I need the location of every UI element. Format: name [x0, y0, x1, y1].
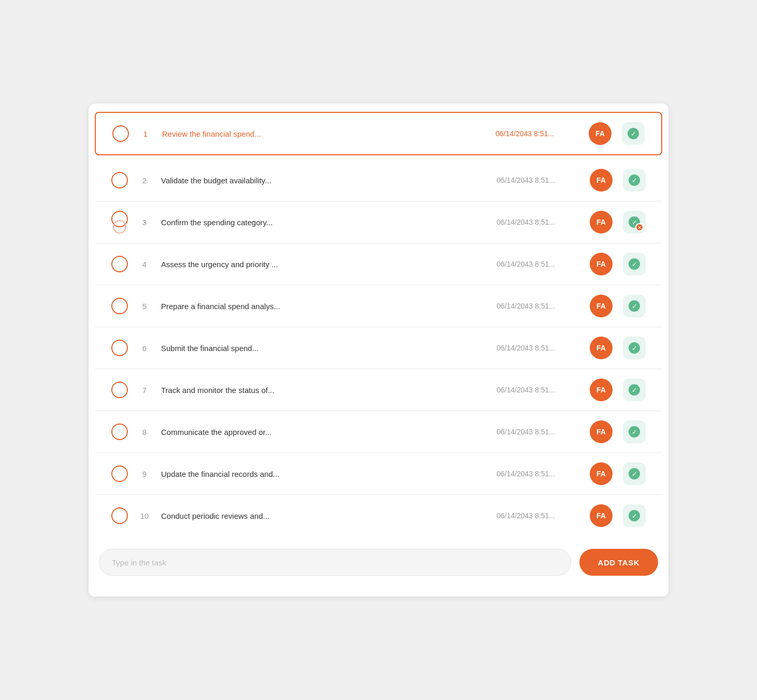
task-title: Review the financial spend... [162, 129, 485, 138]
task-date: 06/14/2043 8:51... [497, 512, 579, 520]
task-title: Conduct periodic reviews and... [161, 512, 486, 520]
task-date: 06/14/2043 8:51... [497, 344, 579, 352]
row-number: 7 [138, 386, 151, 395]
check-icon: ✓ [629, 300, 640, 312]
task-date: 06/14/2043 8:51... [497, 260, 579, 268]
footer-row: ADD TASK [89, 541, 668, 584]
radio-button[interactable] [111, 424, 128, 440]
avatar: FA [590, 337, 613, 359]
task-list-container: 1 Review the financial spend... 06/14/20… [89, 104, 668, 596]
check-icon: ✓ [629, 174, 640, 186]
task-date: 06/14/2043 8:51... [496, 129, 578, 138]
avatar: FA [590, 253, 613, 275]
task-row: 3 Confirm the spending category... 06/14… [95, 201, 662, 243]
radio-button[interactable] [111, 211, 128, 234]
task-date: 06/14/2043 8:51... [497, 470, 579, 478]
row-number: 6 [138, 344, 151, 353]
check-icon: ✓ [629, 426, 640, 438]
row-number: 2 [138, 176, 151, 185]
avatar: FA [590, 504, 613, 527]
task-title: Prepare a financial spend analys... [161, 302, 486, 311]
avatar: FA [590, 420, 613, 443]
status-badge[interactable]: ✓ [623, 169, 646, 192]
task-date: 06/14/2043 8:51... [497, 428, 579, 436]
radio-button[interactable] [111, 507, 128, 524]
avatar: FA [590, 378, 613, 401]
task-row: 10 Conduct periodic reviews and... 06/14… [95, 495, 662, 536]
error-icon: ✕ [635, 223, 644, 231]
row-number: 1 [139, 129, 152, 138]
task-row: 9 Update the financial records and... 06… [95, 453, 662, 495]
check-icon: ✓ [629, 510, 640, 521]
task-row: 4 Assess the urgency and priority ... 06… [95, 243, 662, 285]
task-title: Assess the urgency and priority ... [161, 260, 486, 269]
task-date: 06/14/2043 8:51... [497, 386, 579, 394]
status-badge[interactable]: ✓ [623, 253, 646, 275]
check-icon: ✓ [628, 128, 639, 139]
task-row: 5 Prepare a financial spend analys... 06… [95, 285, 662, 327]
status-badge[interactable]: ✓ [623, 504, 646, 527]
task-date: 06/14/2043 8:51... [497, 176, 579, 184]
avatar: FA [590, 169, 613, 192]
task-title: Update the financial records and... [161, 470, 486, 478]
check-icon: ✓ [629, 258, 640, 270]
task-input[interactable] [99, 549, 571, 576]
task-date: 06/14/2043 8:51... [497, 302, 579, 310]
task-date: 06/14/2043 8:51... [497, 218, 579, 226]
task-row: 8 Communicate the approved or... 06/14/2… [95, 411, 662, 453]
radio-button[interactable] [111, 172, 128, 188]
radio-button[interactable] [111, 465, 128, 482]
avatar: FA [590, 295, 613, 317]
radio-button[interactable] [112, 125, 129, 142]
task-title: Validate the budget availability... [161, 176, 486, 185]
status-badge[interactable]: ✓ [623, 295, 646, 317]
status-badge[interactable]: ✓ [623, 378, 646, 401]
task-title: Submit the financial spend... [161, 344, 486, 353]
task-row: 1 Review the financial spend... 06/14/20… [95, 112, 662, 155]
check-icon: ✓ [629, 342, 640, 354]
task-row: 2 Validate the budget availability... 06… [95, 159, 662, 201]
check-icon: ✓ [629, 384, 640, 396]
radio-button[interactable] [111, 256, 128, 272]
task-row: 7 Track and monitor the status of... 06/… [95, 369, 662, 411]
avatar: FA [590, 211, 613, 234]
task-title: Track and monitor the status of... [161, 386, 486, 395]
row-number: 10 [138, 512, 151, 520]
radio-button[interactable] [111, 382, 128, 398]
add-task-button[interactable]: ADD TASK [579, 549, 658, 576]
status-badge[interactable]: ✓ [622, 122, 645, 145]
status-badge[interactable]: ✓ ✕ [623, 211, 646, 234]
radio-button[interactable] [111, 298, 128, 314]
avatar: FA [590, 462, 613, 485]
row-number: 9 [138, 470, 151, 478]
task-title: Communicate the approved or... [161, 428, 486, 436]
status-badge[interactable]: ✓ [623, 462, 646, 485]
row-number: 3 [138, 218, 151, 227]
task-title: Confirm the spending category... [161, 218, 486, 227]
status-badge[interactable]: ✓ [623, 420, 646, 443]
row-number: 4 [138, 260, 151, 269]
avatar: FA [589, 122, 612, 145]
status-badge[interactable]: ✓ [623, 337, 646, 359]
row-number: 8 [138, 428, 151, 436]
radio-button[interactable] [111, 340, 128, 356]
check-icon: ✓ [629, 468, 640, 479]
row-number: 5 [138, 302, 151, 311]
task-row: 6 Submit the financial spend... 06/14/20… [95, 327, 662, 369]
